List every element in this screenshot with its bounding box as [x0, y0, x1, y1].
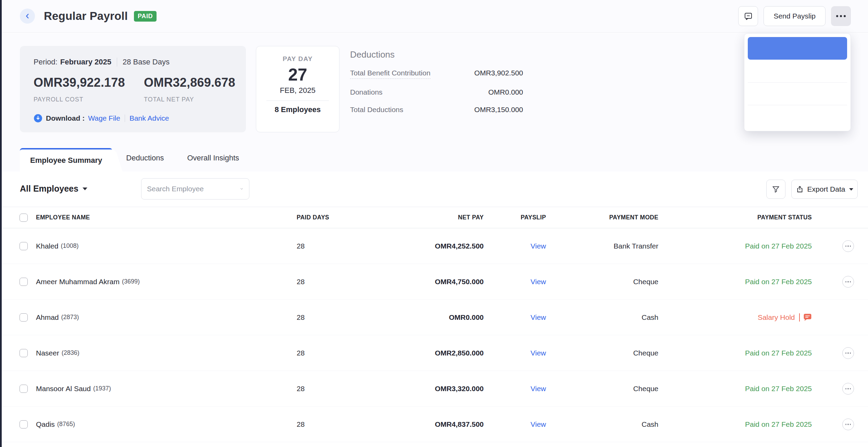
payment-mode: Cheque — [633, 371, 658, 406]
row-checkbox[interactable] — [20, 278, 28, 286]
base-days: 28 Base Days — [123, 58, 170, 67]
net-pay: OMR2,850.000 — [435, 335, 484, 371]
employee-name[interactable]: Khaled — [36, 242, 58, 250]
export-icon — [796, 185, 804, 193]
row-checkbox[interactable] — [20, 385, 28, 393]
employee-count: 8 Employees — [256, 105, 339, 114]
col-payslip: PAYSLIP — [521, 207, 546, 228]
tab-deductions[interactable]: Deductions — [126, 154, 164, 171]
row-actions-button[interactable] — [842, 419, 854, 430]
payment-status: Paid on 27 Feb 2025 — [745, 371, 812, 406]
view-payslip-link[interactable]: View — [531, 313, 546, 322]
col-paid-days: PAID DAYS — [297, 207, 329, 228]
row-checkbox[interactable] — [20, 420, 28, 428]
total-net-pay-label: TOTAL NET PAY — [144, 96, 194, 103]
view-payslip-link[interactable]: View — [531, 420, 546, 428]
employee-filter-dropdown[interactable]: All Employees — [20, 184, 87, 194]
total-net-pay-value: OMR32,869.678 — [144, 75, 235, 90]
comments-button[interactable] — [738, 6, 758, 26]
view-payslip-link[interactable]: View — [531, 385, 546, 393]
bank-advice-link[interactable]: Bank Advice — [129, 114, 169, 122]
view-payslip-link[interactable]: View — [531, 242, 546, 250]
payroll-summary-card: Period: February 2025 28 Base Days OMR39… — [20, 46, 246, 132]
net-pay: OMR4,252.500 — [435, 228, 484, 264]
row-actions-button[interactable] — [842, 383, 854, 395]
period-label: Period: — [34, 58, 58, 67]
payday-label: PAY DAY — [256, 55, 339, 63]
deductions-summary: Deductions Total Benefit Contribution OM… — [350, 49, 523, 114]
deduction-row: Total Deductions OMR3,150.000 — [350, 106, 523, 114]
row-checkbox[interactable] — [20, 242, 28, 250]
paid-days: 28 — [297, 300, 305, 335]
deduction-value: OMR3,150.000 — [474, 106, 523, 114]
row-actions-button[interactable] — [842, 240, 854, 252]
payment-status: Paid on 27 Feb 2025 — [745, 264, 812, 299]
employee-name[interactable]: Naseer — [36, 349, 59, 357]
table-row-khaled: Khaled (1008) 28 OMR4,252.500 View Bank … — [2, 228, 868, 264]
hold-comment[interactable] — [795, 313, 812, 322]
back-button[interactable] — [20, 9, 35, 24]
menu-item-download-all-payslips[interactable] — [748, 37, 847, 60]
employee-id: (1937) — [93, 385, 111, 392]
employee-id: (8765) — [57, 421, 75, 428]
table-row-ameer-muhammad-akram: Ameer Muhammad Akram (3699) 28 OMR4,750.… — [2, 264, 868, 300]
menu-item-show-downloads[interactable] — [748, 60, 847, 82]
payday-month-year: FEB, 2025 — [256, 86, 339, 95]
menu-item-delete-journal-entries[interactable] — [748, 82, 847, 105]
tab-employee-summary[interactable]: Employee Summary — [20, 148, 112, 171]
comment-bubble-filled-icon — [803, 313, 812, 321]
table-row-ahmad: Ahmad (2873) 28 OMR0.000 View Cash Salar… — [2, 300, 868, 335]
deduction-value: OMR3,902.500 — [474, 69, 523, 77]
menu-item-delete-recorded-payment[interactable] — [748, 105, 847, 128]
view-payslip-link[interactable]: View — [531, 349, 546, 357]
employee-id: (3699) — [122, 278, 140, 285]
payment-mode: Cash — [642, 407, 658, 442]
period-line: Period: February 2025 28 Base Days — [34, 58, 170, 67]
employee-name[interactable]: Qadis — [36, 420, 55, 428]
payday-card: PAY DAY 27 FEB, 2025 8 Employees — [256, 46, 339, 132]
deduction-label[interactable]: Donations — [350, 88, 383, 96]
download-label: Download : — [46, 114, 85, 122]
tab-overall-insights[interactable]: Overall Insights — [187, 154, 239, 171]
row-checkbox[interactable] — [20, 313, 28, 322]
payment-status: Paid on 27 Feb 2025 — [745, 335, 812, 371]
ellipsis-icon — [836, 15, 838, 17]
deductions-title: Deductions — [350, 49, 523, 60]
table-row-qadis: Qadis (8765) 28 OMR4,837.500 View Cash P… — [2, 407, 868, 442]
paid-days: 28 — [297, 228, 305, 264]
export-data-button[interactable]: Export Data — [791, 180, 858, 199]
table-row-mansoor-al-saud: Mansoor Al Saud (1937) 28 OMR3,320.000 V… — [2, 371, 868, 407]
send-payslip-button[interactable]: Send Payslip — [764, 6, 826, 26]
deduction-label[interactable]: Total Benefit Contribution — [350, 69, 431, 79]
payment-mode: Bank Transfer — [613, 228, 658, 264]
topbar-actions: Send Payslip — [738, 6, 851, 26]
deductions-rows: Total Benefit Contribution OMR3,902.500 … — [350, 69, 523, 114]
col-employee-name: EMPLOYEE NAME — [36, 207, 90, 228]
employee-name[interactable]: Ameer Muhammad Akram — [36, 278, 120, 286]
search-input[interactable] — [147, 185, 240, 193]
select-all-checkbox[interactable] — [20, 214, 28, 222]
filter-button[interactable] — [766, 180, 785, 199]
employee-search-combobox[interactable] — [141, 178, 249, 200]
payroll-overview: Period: February 2025 28 Base Days OMR39… — [2, 33, 868, 171]
view-payslip-link[interactable]: View — [531, 278, 546, 286]
divider — [266, 100, 329, 101]
col-payment-status: PAYMENT STATUS — [757, 207, 812, 228]
wage-file-link[interactable]: Wage File — [88, 114, 120, 122]
chevron-down-icon — [240, 185, 244, 192]
row-actions-button[interactable] — [842, 276, 854, 288]
funnel-icon — [771, 185, 780, 194]
employee-name[interactable]: Ahmad — [36, 313, 59, 322]
download-row: Download : Wage File Bank Advice — [34, 114, 169, 123]
payroll-cost-value: OMR39,922.178 — [34, 75, 125, 90]
payroll-cost-label: PAYROLL COST — [34, 96, 84, 103]
col-payment-mode: PAYMENT MODE — [609, 207, 658, 228]
more-actions-button[interactable] — [831, 6, 851, 26]
paid-days: 28 — [297, 407, 305, 442]
deduction-label[interactable]: Total Deductions — [350, 106, 403, 114]
deduction-value: OMR0.000 — [488, 88, 523, 96]
row-checkbox[interactable] — [20, 349, 28, 357]
paid-days: 28 — [297, 335, 305, 371]
row-actions-button[interactable] — [842, 347, 854, 359]
employee-name[interactable]: Mansoor Al Saud — [36, 385, 91, 393]
